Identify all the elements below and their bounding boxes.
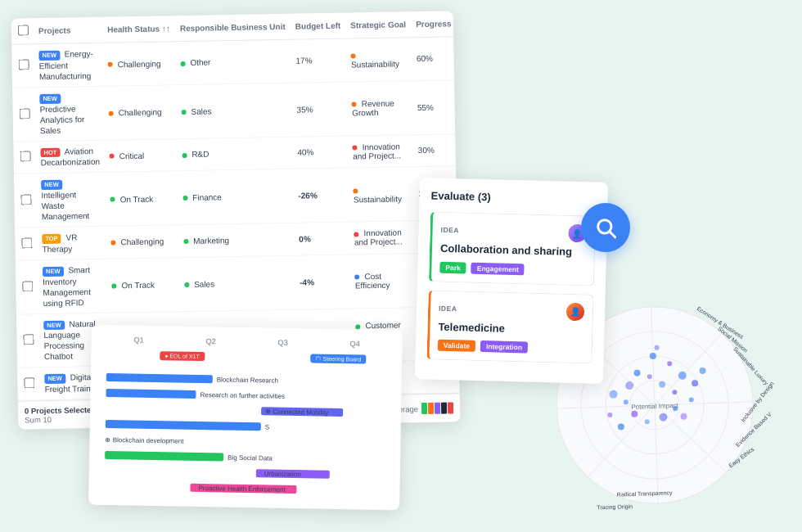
eval-card-2-avatar: 👤 <box>566 302 585 321</box>
row-checkbox-2[interactable] <box>20 151 30 162</box>
row-checkbox-7[interactable] <box>24 377 34 388</box>
bar-label-1: Blockchain Research <box>217 376 278 384</box>
goal-dot-3 <box>354 188 358 193</box>
table-row[interactable]: NEW Predictive Analytics for Sales Chall… <box>12 80 458 142</box>
row-checkbox-1[interactable] <box>20 108 30 119</box>
tag-validate[interactable]: Validate <box>438 340 475 352</box>
gantt-row-2: Research on further activities <box>101 387 390 404</box>
quarter-q4: Q4 <box>349 339 360 348</box>
budget-2: 40% <box>292 136 348 169</box>
unit-name-2: R&D <box>191 150 209 159</box>
budget-4: 0% <box>294 222 349 255</box>
progress-1: 55% <box>412 80 457 135</box>
row-checkbox-0[interactable] <box>19 60 29 70</box>
goal-dot-6 <box>356 324 361 329</box>
tag-engagement[interactable]: Engagement <box>471 262 525 275</box>
health-dot-5 <box>112 283 117 288</box>
select-all-checkbox[interactable] <box>18 25 29 35</box>
unit-name-5: Sales <box>194 279 214 288</box>
health-dot-2 <box>110 154 115 159</box>
row-checkbox-3[interactable] <box>20 194 31 205</box>
unit-name-0: Other <box>190 58 210 67</box>
evaluate-title: Evaluate (3) <box>430 189 596 205</box>
milestone-steering: ⛫ Steering Board <box>311 354 367 363</box>
bar-label-2: Research on further activities <box>200 391 285 400</box>
tag-park[interactable]: Park <box>439 261 466 273</box>
bar-label-4: S <box>265 423 270 431</box>
goal-text-0: Sustainability <box>351 59 399 69</box>
table-row[interactable]: NEW Energy-Efficient Manufacturing Chall… <box>11 37 457 88</box>
budget-0: 17% <box>291 38 346 83</box>
unit-dot-0 <box>181 61 186 66</box>
goal-text-3: Sustainability <box>354 194 402 204</box>
progress-0: 60% <box>411 37 457 81</box>
unit-name-3: Finance <box>192 192 222 202</box>
table-row[interactable]: NEW Smart Inventory Management using RFI… <box>16 252 461 313</box>
search-bubble[interactable] <box>581 203 630 252</box>
budget-3: -26% <box>293 168 349 223</box>
goal-text-2: Innovation and Project... <box>353 142 401 160</box>
gantt-row-4: S <box>101 418 390 435</box>
unit-dot-5 <box>184 282 189 287</box>
eval-card-2-tags: Validate Integration <box>438 340 583 355</box>
table-row[interactable]: NEW Intelligent Waste Management On Trac… <box>14 166 460 228</box>
goal-text-4: Innovation and Project... <box>354 228 403 247</box>
col-unit: Responsible Business Unit <box>175 14 291 42</box>
project-name-1: Predictive Analytics for Sales <box>39 104 84 135</box>
eval-card-1-tags: Park Engagement <box>439 261 585 277</box>
goal-dot-4 <box>354 232 359 237</box>
unit-name-1: Sales <box>191 106 211 115</box>
project-tag-6: NEW <box>43 320 65 330</box>
unit-name-4: Marketing <box>193 236 229 246</box>
project-tag-4: TOP <box>42 234 61 244</box>
health-dot-4 <box>111 240 116 245</box>
quarter-q3: Q3 <box>277 338 288 347</box>
goal-dot-0 <box>351 54 356 59</box>
bar-blockchain-research <box>106 373 213 383</box>
col-progress: Progress <box>411 11 457 37</box>
bar-research-further <box>106 389 196 399</box>
evaluate-panel: Evaluate (3) IDEA 👤 Collaboration and sh… <box>415 178 608 384</box>
eval-card-2-type: IDEA <box>439 304 457 313</box>
row-checkbox-6[interactable] <box>23 335 34 345</box>
eval-card-1[interactable]: IDEA 👤 Collaboration and sharing Park En… <box>429 211 596 286</box>
project-tag-5: NEW <box>43 266 64 276</box>
project-tag-7: NEW <box>44 374 65 384</box>
row-checkbox-4[interactable] <box>21 237 32 248</box>
unit-dot-2 <box>182 153 187 158</box>
health-status-3: On Track <box>119 194 153 204</box>
goal-dot-2 <box>353 146 358 151</box>
health-dot-3 <box>110 197 115 202</box>
svg-line-1 <box>610 232 615 237</box>
eval-card-2[interactable]: IDEA 👤 Telemedicine Validate Integration <box>426 290 593 364</box>
goal-dot-1 <box>352 102 357 107</box>
col-budget: Budget Left <box>290 13 345 40</box>
quarter-q1: Q1 <box>133 336 144 345</box>
bar-label-7: Urbanization <box>264 470 301 478</box>
gantt-row-5: ⊕ Blockchain development <box>101 434 389 450</box>
project-tag-3: NEW <box>41 180 62 190</box>
health-dot-0 <box>108 62 113 67</box>
budget-1: 35% <box>291 82 348 137</box>
progress-2: 30% <box>412 133 458 167</box>
milestone-eol: ● EOL of X1T <box>160 351 205 361</box>
eval-card-1-title: Collaboration and sharing <box>440 242 586 259</box>
bar-big-social <box>105 451 223 462</box>
eval-card-1-type: IDEA <box>440 226 459 235</box>
gantt-row-6: Big Social Data <box>101 449 389 466</box>
bar-label-3: ⊕ Connected Mobility <box>265 408 328 416</box>
col-projects: Projects <box>34 17 103 44</box>
tag-integration[interactable]: Integration <box>480 340 528 354</box>
unit-dot-1 <box>182 110 187 115</box>
eval-card-2-title: Telemedicine <box>438 320 583 336</box>
health-status-4: Challenging <box>120 237 164 247</box>
col-goal: Strategic Goal <box>345 11 411 38</box>
unit-dot-4 <box>183 239 188 244</box>
gantt-quarters: Q1 Q2 Q3 Q4 <box>103 335 391 349</box>
gantt-row-3: ⊕ Connected Mobility <box>101 403 390 419</box>
health-status-1: Challenging <box>119 108 162 118</box>
sum-label: Sum 10 <box>25 414 96 425</box>
row-checkbox-5[interactable] <box>22 281 33 291</box>
bar-label-6: Big Social Data <box>228 453 273 462</box>
col-health[interactable]: Health Status ↑↑ <box>102 16 175 43</box>
